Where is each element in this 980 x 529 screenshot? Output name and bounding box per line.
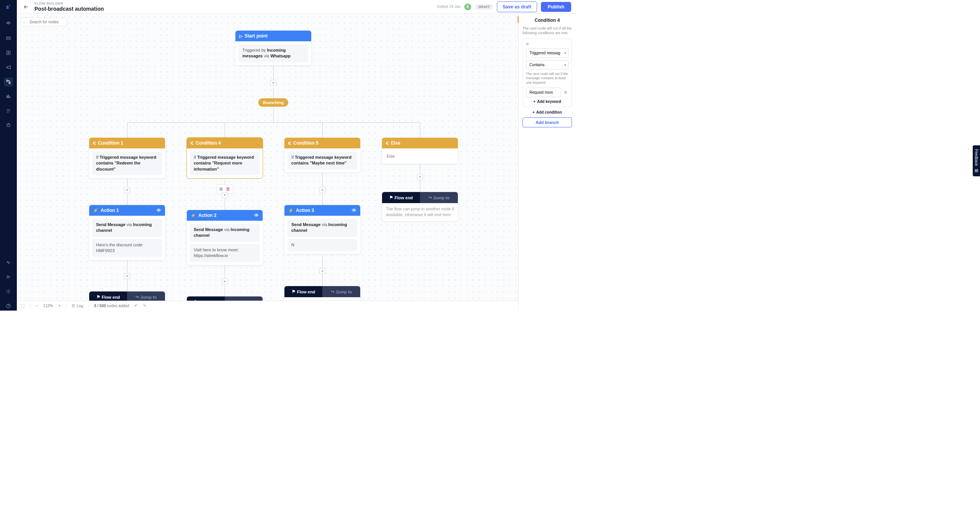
svg-rect-7 [9,97,10,98]
feedback-tab[interactable]: Feedback ▤ [973,145,980,176]
play-icon: ▷ [239,34,242,39]
back-button[interactable] [21,2,31,11]
add-branch-button[interactable]: Add branch [523,117,572,127]
node-title: Start point [245,33,268,39]
nav-broadcast-icon[interactable] [4,19,13,28]
nav-help-icon[interactable] [4,301,13,311]
svg-point-2 [8,52,9,53]
zoom-level: 112% [43,304,53,308]
edge [322,122,323,138]
nav-settings-icon[interactable] [4,287,13,296]
node-title: Condition 5 [293,140,318,146]
branching-pill[interactable]: Branching [258,98,288,107]
log-button[interactable]: ☰ Log [72,304,83,308]
nav-team-icon[interactable] [4,272,13,282]
action-3-node[interactable]: ⚡ Action 3 👁 Send Message via Incoming c… [284,205,360,254]
add-node-button[interactable]: + [319,187,325,193]
add-node-button[interactable]: + [222,192,228,198]
else-desc: Else [385,151,455,161]
canvas-footer: ⛶ − 112% + ☰ Log 8 / 500 nodes added ↶ ↷ [17,301,518,311]
nav-campaign-icon[interactable] [4,63,13,72]
flow-end-tab[interactable]: ⚑ Flow end [284,286,322,297]
flow-canvas[interactable]: ⌕ [17,14,518,311]
branch-icon: ⑆ [288,141,291,145]
node-title: Condition 1 [98,140,123,146]
undo-button[interactable]: ↶ [134,304,137,308]
add-node-button[interactable]: + [124,273,130,279]
user-avatar[interactable]: E [464,3,471,10]
add-node-button[interactable]: + [124,187,130,193]
action-message: Here's the discount code: HMF9923 [92,239,162,257]
flow-end-tab[interactable]: ⚑ Flow end [382,192,420,203]
panel-description: The next node will run if all the follow… [523,26,572,36]
action-send-desc: Send Message via Incoming channel [92,219,162,237]
zoom-out-button[interactable]: − [36,304,38,308]
condition-desc: If Triggered message keyword contains "R… [190,151,260,175]
remove-keyword-button[interactable]: ✕ [562,88,568,97]
nav-activity-icon[interactable] [4,258,13,267]
condition-5-node[interactable]: ⑆ Condition 5 If Triggered message keywo… [284,138,360,173]
duplicate-icon[interactable]: ⧉ [219,186,223,192]
jump-to-tab[interactable]: ↪ Jump to [322,286,360,297]
operator-note: The next node will run if the message co… [526,72,568,85]
left-nav-rail: s∘ [0,0,17,311]
branch-icon: ⑆ [191,141,193,145]
delete-icon[interactable]: 🗑 [226,186,230,192]
action-send-desc: Send Message via Incoming channel [287,219,357,237]
add-condition-button[interactable]: + Add condition [523,110,572,114]
nav-flow-icon[interactable] [4,77,13,86]
condition-desc: If Triggered message keyword contains "M… [287,151,357,169]
nav-commerce-icon[interactable] [4,121,13,130]
if-label: IF [526,42,568,46]
branch-icon: ⑆ [93,141,96,145]
start-node[interactable]: ▷ Start point Triggered by Incoming mess… [235,31,311,65]
eye-icon[interactable]: 👁 [254,213,259,218]
node-title: Condition 4 [196,140,221,146]
breadcrumb: FLOW BUILDER [34,2,104,6]
nodes-counter: 8 / 500 nodes added [94,304,129,308]
eye-icon[interactable]: 👁 [157,208,161,213]
action-2-node[interactable]: ⚡ Action 2 👁 Send Message via Incoming c… [187,210,263,265]
svg-rect-5 [7,96,7,98]
page-title: Post-broadcast automation [34,6,104,12]
edge [225,122,225,138]
add-node-button[interactable]: + [222,278,228,285]
condition-1-node[interactable]: ⑆ Condition 1 If Triggered message keywo… [89,138,165,178]
eye-icon[interactable]: 👁 [352,208,356,213]
add-node-button[interactable]: + [270,80,276,86]
edge [127,122,127,138]
nav-contacts-icon[interactable] [4,48,13,57]
condition-field-select[interactable] [526,48,568,58]
fullscreen-button[interactable]: ⛶ [21,304,24,308]
publish-button[interactable]: Publish [541,2,571,12]
svg-point-9 [9,276,10,277]
add-node-button[interactable]: + [417,174,423,180]
node-title: Else [391,140,400,146]
action-message: N [287,239,357,251]
nav-list-icon[interactable] [4,106,13,116]
redo-button[interactable]: ↷ [143,304,146,308]
operator-select[interactable] [526,60,568,70]
nav-analytics-icon[interactable] [4,92,13,101]
condition-desc: If Triggered message keyword contains "R… [92,151,162,175]
action-message: Visit here to know more: https://sleekfl… [190,244,260,262]
node-title: Action 2 [198,213,216,218]
zoom-in-button[interactable]: + [58,304,60,308]
svg-point-0 [8,23,9,24]
svg-point-10 [8,291,9,292]
action-1-node[interactable]: ⚡ Action 1 👁 Send Message via Incoming c… [89,205,165,260]
add-keyword-button[interactable]: + Add keyword [526,99,568,104]
flow-end-node[interactable]: ⚑ Flow end ↪ Jump to The flow can jump t… [382,192,458,221]
add-node-button[interactable]: + [319,268,325,274]
else-node[interactable]: ⑆ Else Else [382,138,458,164]
save-draft-button[interactable]: Save as draft [497,2,537,12]
panel-title: Condition 4 [523,18,572,23]
brand-logo: s∘ [6,4,11,10]
nav-inbox-icon[interactable] [4,34,13,43]
edge [273,88,274,98]
condition-4-node[interactable]: ⑆ Condition 4 If Triggered message keywo… [187,138,263,178]
jump-to-tab[interactable]: ↪ Jump to [420,192,458,203]
svg-point-8 [7,276,9,277]
keyword-input[interactable] [526,88,561,97]
inspector-panel: Condition 4 The next node will run if al… [518,14,576,311]
